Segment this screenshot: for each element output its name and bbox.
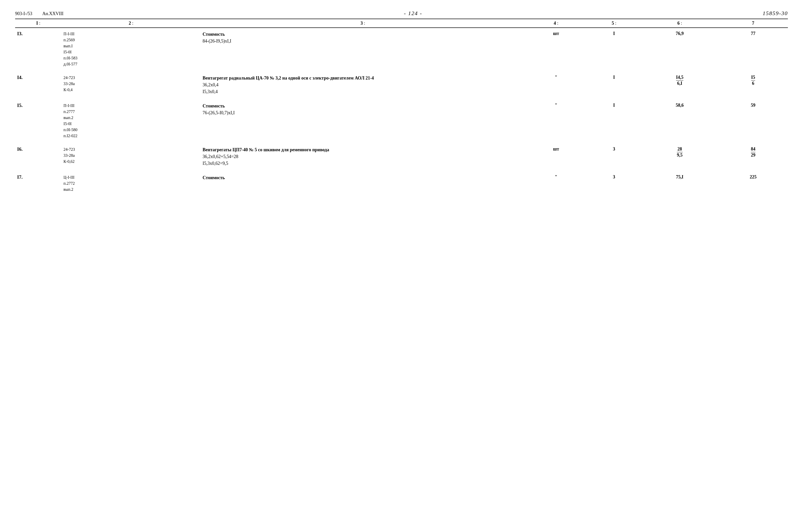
row-refs: 24-72333-28аК-0,62 xyxy=(61,144,201,168)
row-spacer xyxy=(15,96,788,100)
row-qty: I xyxy=(587,72,641,96)
row-description: Стоимость84-(26-I9,5)xI,I xyxy=(201,28,525,68)
row-spacer xyxy=(15,193,788,197)
row-unit: шт xyxy=(525,144,587,168)
row-price: 76,9 xyxy=(641,28,718,68)
table-row: I5.П-I-IIIп.2777вып.2I5-0Iп.0I-580п.I2-0… xyxy=(15,100,788,140)
row-qty: 3 xyxy=(587,144,641,168)
col-header-5: 5 : xyxy=(587,19,641,28)
col-header-1: I : xyxy=(15,19,61,28)
row-number: I5. xyxy=(15,100,61,140)
page-header: 903-I-/53 Ан.XXVIII - 124 - 15859-30 xyxy=(15,10,788,17)
row-total: 225 xyxy=(718,171,788,193)
row-number: I3. xyxy=(15,28,61,68)
row-spacer xyxy=(15,140,788,144)
row-description: Стоимость76-(26,5-I0,7)xI,I xyxy=(201,100,525,140)
row-refs: П-I-IIIп.2569вып.II5-0Iп.0I-583д.0I-577 xyxy=(61,28,201,68)
row-price: 75,I xyxy=(641,171,718,193)
row-price: 58,6 xyxy=(641,100,718,140)
table-row: I4.24-72333-28аК-0,4Вентагрегат радиальн… xyxy=(15,72,788,96)
doc-number: 903-I-/53 xyxy=(15,11,32,16)
table-row: I7.Ц-I-IIIп.2772вып.2Стоимость"375,I225 xyxy=(15,171,788,193)
row-unit: " xyxy=(525,72,587,96)
ref-number: 15859-30 xyxy=(763,10,788,17)
row-refs: 24-72333-28аК-0,4 xyxy=(61,72,201,96)
row-total: 59 xyxy=(718,100,788,140)
row-unit: " xyxy=(525,171,587,193)
col-header-3: 3 : xyxy=(201,19,525,28)
col-header-2: 2 : xyxy=(61,19,201,28)
row-refs: П-I-IIIп.2777вып.2I5-0Iп.0I-580п.I2-022 xyxy=(61,100,201,140)
column-header-row: I : 2 : 3 : 4 : 5 : 6 : 7 xyxy=(15,19,788,28)
appendix: Ан.XXVIII xyxy=(42,11,63,16)
row-price: I4,56,I xyxy=(641,72,718,96)
row-description: Вентагрегат радиальный ЦА-70 № 3,2 на од… xyxy=(201,72,525,96)
table-row: I3.П-I-IIIп.2569вып.II5-0Iп.0I-583д.0I-5… xyxy=(15,28,788,68)
table-row: I6.24-72333-28аК-0,62Вентагрегаты ЦП7-40… xyxy=(15,144,788,168)
col-header-6: 6 : xyxy=(641,19,718,28)
row-total: 8429 xyxy=(718,144,788,168)
header-left: 903-I-/53 Ан.XXVIII xyxy=(15,11,63,16)
row-unit: шт xyxy=(525,28,587,68)
row-qty: I xyxy=(587,28,641,68)
row-total: I56 xyxy=(718,72,788,96)
row-qty: I xyxy=(587,100,641,140)
col-header-4: 4 : xyxy=(525,19,587,28)
row-refs: Ц-I-IIIп.2772вып.2 xyxy=(61,171,201,193)
row-description: Вентагрегаты ЦП7-40 № 5 со шкивом для ре… xyxy=(201,144,525,168)
row-price: 289,5 xyxy=(641,144,718,168)
row-description: Стоимость xyxy=(201,171,525,193)
main-table: I : 2 : 3 : 4 : 5 : 6 : 7 I3.П-I-IIIп.25… xyxy=(15,19,788,197)
row-qty: 3 xyxy=(587,171,641,193)
row-number: I6. xyxy=(15,144,61,168)
row-total: 77 xyxy=(718,28,788,68)
row-spacer xyxy=(15,168,788,171)
row-number: I4. xyxy=(15,72,61,96)
page-number: - 124 - xyxy=(404,10,422,17)
row-unit: " xyxy=(525,100,587,140)
row-number: I7. xyxy=(15,171,61,193)
col-header-7: 7 xyxy=(718,19,788,28)
row-spacer xyxy=(15,68,788,72)
